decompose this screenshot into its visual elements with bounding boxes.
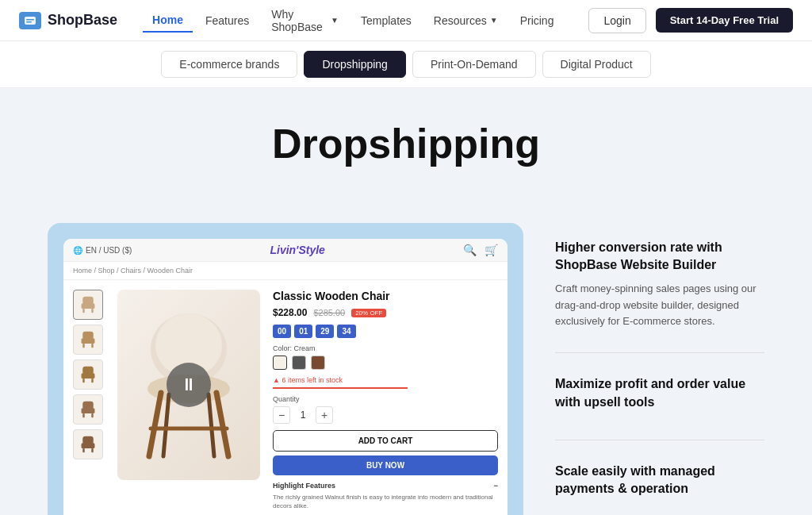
demo-breadcrumb: Home / Shop / Chairs / Wooden Chair	[63, 262, 508, 280]
demo-qty-label: Quantity	[273, 395, 498, 403]
tab-ecommerce[interactable]: E-commerce brands	[161, 51, 297, 78]
demo-feature-intro: The richly grained Walnut finish is easy…	[273, 493, 498, 510]
demo-orig-price: $285.00	[313, 308, 345, 317]
demo-icons: 🔍 🛒	[463, 244, 498, 256]
tab-digital-product[interactable]: Digital Product	[542, 51, 651, 78]
svg-rect-12	[82, 373, 95, 379]
svg-rect-16	[82, 408, 95, 413]
content-area: 🌐 EN / USD ($) Livin'Style 🔍 🛒 Home / Sh…	[0, 207, 812, 515]
resources-arrow-icon: ▼	[490, 16, 498, 25]
svg-rect-8	[82, 338, 95, 344]
svg-rect-4	[82, 303, 95, 309]
demo-stock-bar	[273, 387, 408, 389]
nav-why-shopbase[interactable]: Why ShopBase ▼	[262, 3, 348, 38]
demo-swatch-dark[interactable]	[292, 356, 306, 370]
globe-icon: 🌐	[73, 246, 82, 255]
tab-dropshipping[interactable]: Dropshipping	[304, 51, 406, 78]
logo[interactable]: ShopBase	[19, 12, 117, 29]
feature-scale-title: Scale easily with managed payments & ope…	[555, 463, 764, 498]
demo-thumbnails	[73, 290, 105, 515]
demo-colors	[273, 356, 498, 370]
logo-icon	[19, 12, 41, 29]
nav-links: Home Features Why ShopBase ▼ Templates R…	[143, 3, 563, 38]
pause-icon[interactable]: ⏸	[167, 363, 211, 407]
svg-rect-17	[82, 413, 85, 417]
demo-qty-value: 1	[297, 409, 309, 421]
svg-rect-9	[82, 344, 85, 348]
demo-qty-row: − 1 +	[273, 406, 498, 424]
demo-features-toggle-icon[interactable]: −	[494, 482, 498, 490]
demo-stock-text: ▲ 6 items left in stock	[273, 376, 498, 384]
feature-conversion-title: Higher conversion rate with ShopBase Web…	[555, 239, 764, 275]
demo-count-seconds1: 29	[316, 325, 334, 338]
hero-section: Dropshipping	[0, 88, 812, 207]
svg-line-30	[209, 394, 214, 456]
feature-divider-1	[555, 352, 764, 353]
logo-text: ShopBase	[48, 12, 117, 29]
nav-pricing[interactable]: Pricing	[511, 10, 564, 32]
demo-features-title: Highlight Features −	[273, 482, 498, 490]
demo-price: $228.00	[273, 307, 307, 318]
demo-buy-now-button[interactable]: BUY NOW	[273, 455, 498, 475]
demo-count-seconds2: 34	[337, 325, 355, 338]
demo-add-to-cart-button[interactable]: ADD TO CART	[273, 430, 498, 452]
svg-rect-0	[25, 17, 36, 25]
svg-rect-21	[82, 448, 85, 452]
demo-inner: 🌐 EN / USD ($) Livin'Style 🔍 🛒 Home / Sh…	[63, 239, 508, 515]
nav-templates[interactable]: Templates	[351, 10, 421, 32]
hero-title: Dropshipping	[48, 120, 764, 167]
svg-line-29	[163, 394, 169, 456]
demo-main-image: ⏸	[117, 290, 260, 480]
demo-thumb-2[interactable]	[73, 325, 103, 355]
demo-product-title: Classic Wooden Chair	[273, 290, 498, 302]
demo-lang: 🌐 EN / USD ($)	[73, 246, 132, 255]
demo-thumb-4[interactable]	[73, 394, 103, 425]
navbar: ShopBase Home Features Why ShopBase ▼ Te…	[0, 0, 812, 41]
demo-qty-minus[interactable]: −	[273, 406, 290, 424]
nav-resources[interactable]: Resources ▼	[424, 10, 508, 32]
demo-cart-icon[interactable]: 🛒	[485, 244, 498, 256]
nav-home[interactable]: Home	[143, 9, 193, 33]
feature-scale: Scale easily with managed payments & ope…	[555, 463, 764, 505]
demo-topbar: 🌐 EN / USD ($) Livin'Style 🔍 🛒	[63, 239, 508, 262]
svg-line-27	[149, 393, 161, 456]
demo-store-name: Livin'Style	[270, 244, 324, 256]
trial-button[interactable]: Start 14-Day Free Trial	[656, 8, 793, 33]
nav-features[interactable]: Features	[196, 10, 259, 32]
features-sidebar: Higher conversion rate with ShopBase Web…	[555, 223, 764, 515]
demo-swatch-brown[interactable]	[311, 356, 325, 370]
demo-swatch-cream[interactable]	[273, 356, 287, 370]
feature-conversion: Higher conversion rate with ShopBase Web…	[555, 239, 764, 330]
demo-thumb-5[interactable]	[73, 429, 103, 459]
demo-thumb-1[interactable]	[73, 290, 103, 320]
svg-rect-18	[91, 413, 94, 417]
svg-rect-13	[82, 379, 85, 382]
svg-rect-1	[26, 19, 34, 21]
demo-count-minutes: 01	[294, 325, 312, 338]
feature-upsell: Maximize profit and order value with ups…	[555, 375, 764, 417]
feature-divider-2	[555, 440, 764, 440]
demo-color-label: Color: Cream	[273, 344, 498, 352]
svg-rect-14	[91, 379, 94, 382]
svg-rect-2	[26, 21, 32, 23]
demo-info: Classic Wooden Chair $228.00 $285.00 20%…	[273, 290, 498, 515]
demo-price-row: $228.00 $285.00 20% OFF	[273, 307, 498, 318]
demo-product: ⏸ Classic Wooden Chair $228.00 $285.00 2…	[63, 280, 508, 515]
demo-countdown: 00 01 29 34	[273, 325, 498, 338]
demo-thumb-3[interactable]	[73, 359, 103, 390]
svg-rect-10	[91, 344, 94, 348]
svg-line-28	[216, 393, 228, 456]
tab-print-on-demand[interactable]: Print-On-Demand	[412, 51, 536, 78]
nav-actions: Login Start 14-Day Free Trial	[588, 8, 793, 33]
svg-rect-5	[82, 309, 85, 313]
demo-card: 🌐 EN / USD ($) Livin'Style 🔍 🛒 Home / Sh…	[48, 223, 523, 515]
why-shopbase-arrow-icon: ▼	[331, 16, 339, 25]
demo-qty-plus[interactable]: +	[316, 406, 333, 424]
login-button[interactable]: Login	[588, 8, 645, 33]
svg-rect-6	[91, 309, 94, 313]
tab-bar: E-commerce brands Dropshipping Print-On-…	[0, 41, 812, 88]
demo-search-icon[interactable]: 🔍	[463, 244, 477, 256]
demo-count-hours: 00	[273, 325, 291, 338]
svg-rect-20	[82, 443, 95, 448]
feature-upsell-title: Maximize profit and order value with ups…	[555, 375, 764, 411]
